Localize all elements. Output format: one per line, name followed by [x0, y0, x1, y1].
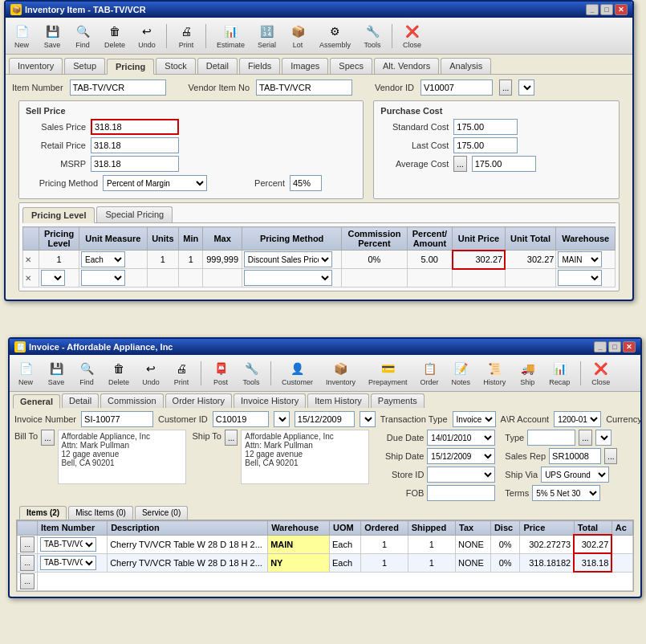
standard-cost-input[interactable] [453, 119, 518, 135]
inv2-tools-button[interactable]: 🔧Tools [238, 357, 264, 389]
vendor-id-input[interactable] [421, 79, 493, 96]
inv-tab-item-history[interactable]: Item History [307, 393, 369, 408]
inv-find-button[interactable]: 🔍Find [70, 20, 95, 51]
inv2-post-button[interactable]: 📮Post [208, 357, 234, 389]
inv-save-button[interactable]: 💾Save [39, 20, 65, 51]
inv2-delete-button[interactable]: 🗑Delete [104, 357, 133, 389]
inv-lot-button[interactable]: 📦Lot [285, 20, 311, 51]
fob-input[interactable] [427, 485, 495, 501]
inv-estimate-button[interactable]: 📊Estimate [213, 20, 249, 51]
transaction-date-dropdown[interactable]: ▼ [360, 411, 376, 427]
average-cost-input[interactable] [472, 156, 536, 172]
row2-dots-btn[interactable]: ... [20, 555, 35, 571]
inv2-inventory-button[interactable]: 📦Inventory [322, 357, 360, 389]
bill-to-dots-btn[interactable]: ... [41, 430, 54, 446]
transaction-date-input[interactable] [295, 411, 355, 427]
item-number-input[interactable] [70, 79, 166, 96]
inv2-save-button[interactable]: 💾Save [43, 357, 69, 389]
row1-warehouse-select[interactable]: MAIN [558, 251, 602, 267]
inv-undo-button[interactable]: ↩Undo [134, 20, 160, 51]
type-dots-btn[interactable]: ... [579, 430, 591, 446]
vendor-item-no-input[interactable] [256, 79, 352, 96]
tab-specs[interactable]: Specs [330, 58, 372, 74]
inv-tools-button[interactable]: 🔧Tools [360, 20, 385, 51]
due-date-select[interactable]: 14/01/2010 [427, 430, 495, 446]
inv-tab-order-history[interactable]: Order History [165, 393, 232, 408]
tab-alt-vendors[interactable]: Alt. Vendors [374, 58, 439, 74]
tab-stock[interactable]: Stock [156, 58, 196, 74]
ship-date-select[interactable]: 15/12/2009 [427, 448, 495, 464]
vendor-id-dropdown[interactable]: ▼ [518, 79, 534, 96]
inv-tab-payments[interactable]: Payments [371, 393, 425, 408]
last-cost-input[interactable] [453, 137, 518, 153]
row2-pricing-method-select[interactable] [244, 270, 332, 286]
row1-item-number-select[interactable]: TAB-TV/VCR [40, 537, 96, 552]
average-cost-dots-btn[interactable]: ... [453, 156, 466, 172]
tab-analysis[interactable]: Analysis [441, 58, 491, 74]
inv-tab-invoice-history[interactable]: Invoice History [234, 393, 306, 408]
inventory-minimize-btn[interactable]: _ [586, 4, 599, 15]
ar-account-select[interactable]: 1200-01 [554, 411, 601, 427]
items-tab-service[interactable]: Service (0) [135, 506, 188, 520]
inv2-print-button[interactable]: 🖨Print [169, 357, 194, 389]
tab-fields[interactable]: Fields [239, 58, 280, 74]
tab-setup[interactable]: Setup [64, 58, 105, 74]
inv-tab-detail[interactable]: Detail [62, 393, 99, 408]
inv-assembly-button[interactable]: ⚙Assembly [315, 20, 355, 51]
row2-level-select[interactable] [41, 270, 65, 286]
inv2-find-button[interactable]: 🔍Find [74, 357, 100, 389]
row1-unit-measure-select[interactable]: Each [81, 251, 125, 267]
row2-warehouse-select[interactable] [558, 270, 602, 286]
row2-unit-measure-select[interactable] [81, 270, 125, 286]
ship-via-select[interactable]: UPS Ground [541, 467, 609, 483]
invoice-close-btn[interactable]: ✕ [623, 341, 636, 353]
inv2-new-button[interactable]: 📄New [13, 357, 39, 389]
inventory-close-btn[interactable]: ✕ [615, 4, 628, 15]
inv-new-button[interactable]: 📄New [9, 20, 35, 51]
terms-select[interactable]: 5% 5 Net 30 [532, 485, 600, 501]
inv2-notes-button[interactable]: 📝Notes [448, 357, 475, 389]
percent-input[interactable] [290, 175, 322, 191]
inv2-recap-button[interactable]: 📊Recap [545, 357, 574, 389]
inv-tab-general[interactable]: General [13, 394, 60, 409]
type-input[interactable] [527, 430, 575, 446]
ship-to-dots-btn[interactable]: ... [225, 430, 238, 446]
retail-price-input[interactable] [91, 137, 179, 153]
inv2-customer-button[interactable]: 👤Customer [278, 357, 317, 389]
sales-rep-input[interactable] [549, 448, 601, 464]
inv-close-button[interactable]: ❌Close [399, 20, 425, 51]
inv-serial-button[interactable]: 🔢Serial [254, 20, 280, 51]
inv2-order-button[interactable]: 📋Order [416, 357, 443, 389]
pricing-method-select[interactable]: Percent of Margin [103, 175, 207, 191]
inventory-maximize-btn[interactable]: □ [600, 4, 613, 15]
special-pricing-tab[interactable]: Special Pricing [96, 206, 173, 222]
inv-print-button[interactable]: 🖨Print [173, 20, 199, 51]
inv2-history-button[interactable]: 📜History [479, 357, 510, 389]
tab-detail[interactable]: Detail [197, 58, 238, 74]
sales-rep-dots-btn[interactable]: ... [604, 448, 617, 464]
type-dropdown[interactable]: ▼ [595, 430, 611, 446]
transaction-type-select[interactable]: Invoice [453, 411, 496, 427]
pricing-level-tab[interactable]: Pricing Level [22, 207, 95, 223]
invoice-number-input[interactable] [81, 411, 153, 427]
store-id-select[interactable] [427, 467, 495, 483]
inv2-ship-button[interactable]: 🚚Ship [514, 357, 540, 389]
inv-tab-commission[interactable]: Commission [100, 393, 164, 408]
inv-delete-button[interactable]: 🗑Delete [100, 20, 129, 51]
customer-id-dropdown[interactable]: ▼ [274, 411, 290, 427]
row3-dots-btn[interactable]: ... [20, 573, 35, 589]
msrp-input[interactable] [91, 156, 179, 172]
tab-images[interactable]: Images [282, 58, 328, 74]
invoice-minimize-btn[interactable]: _ [594, 341, 607, 353]
items-tab-misc[interactable]: Misc Items (0) [68, 506, 133, 520]
row2-item-number-select[interactable]: TAB-TV/VCR [40, 556, 96, 570]
tab-pricing[interactable]: Pricing [107, 59, 154, 75]
row1-dots-btn[interactable]: ... [20, 536, 35, 552]
tab-inventory[interactable]: Inventory [9, 58, 63, 74]
inv2-prepayment-button[interactable]: 💳Prepayment [364, 357, 412, 389]
row1-pricing-method-select[interactable]: Discount Sales Price [244, 251, 332, 267]
invoice-maximize-btn[interactable]: □ [608, 341, 621, 353]
inv2-close-button[interactable]: ❌Close [587, 357, 614, 389]
sales-price-input[interactable] [91, 119, 179, 135]
inv2-undo-button[interactable]: ↩Undo [138, 357, 164, 389]
